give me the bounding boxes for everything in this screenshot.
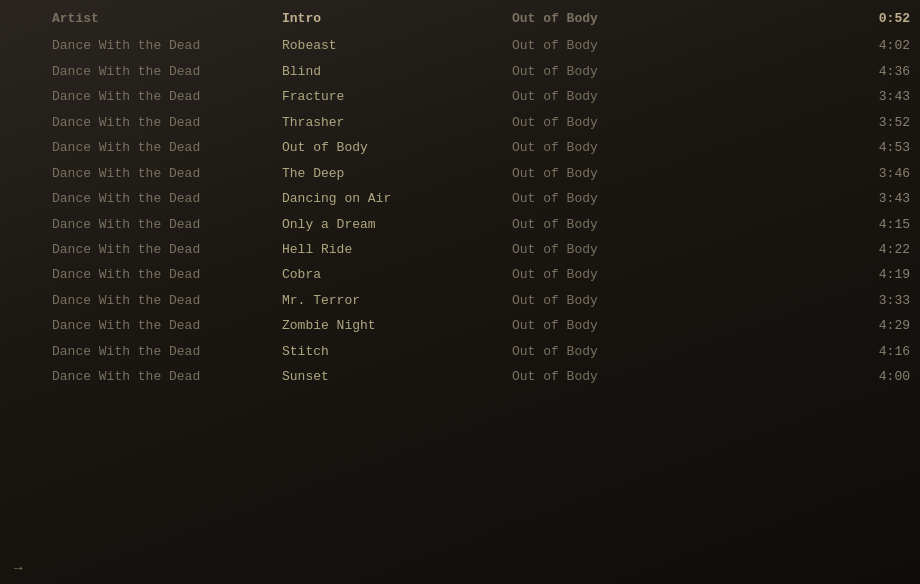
track-title: Out of Body bbox=[282, 137, 512, 158]
track-album: Out of Body bbox=[512, 290, 692, 311]
track-title: Stitch bbox=[282, 341, 512, 362]
header-artist: Artist bbox=[52, 8, 282, 29]
track-duration: 4:15 bbox=[692, 214, 910, 235]
track-artist: Dance With the Dead bbox=[52, 112, 282, 133]
track-title: Thrasher bbox=[282, 112, 512, 133]
arrow-icon: → bbox=[14, 560, 22, 576]
track-duration: 3:33 bbox=[692, 290, 910, 311]
track-album: Out of Body bbox=[512, 61, 692, 82]
track-duration: 4:19 bbox=[692, 264, 910, 285]
track-row[interactable]: Dance With the DeadSunsetOut of Body4:00 bbox=[0, 364, 920, 389]
track-album: Out of Body bbox=[512, 315, 692, 336]
track-artist: Dance With the Dead bbox=[52, 86, 282, 107]
track-album: Out of Body bbox=[512, 86, 692, 107]
track-duration: 3:52 bbox=[692, 112, 910, 133]
track-artist: Dance With the Dead bbox=[52, 214, 282, 235]
track-album: Out of Body bbox=[512, 214, 692, 235]
track-album: Out of Body bbox=[512, 163, 692, 184]
track-list-header: Artist Intro Out of Body 0:52 bbox=[0, 6, 920, 33]
track-artist: Dance With the Dead bbox=[52, 163, 282, 184]
track-title: Robeast bbox=[282, 35, 512, 56]
track-title: Zombie Night bbox=[282, 315, 512, 336]
track-album: Out of Body bbox=[512, 188, 692, 209]
track-row[interactable]: Dance With the DeadFractureOut of Body3:… bbox=[0, 84, 920, 109]
track-album: Out of Body bbox=[512, 137, 692, 158]
track-duration: 4:16 bbox=[692, 341, 910, 362]
track-row[interactable]: Dance With the DeadDancing on AirOut of … bbox=[0, 186, 920, 211]
header-title: Intro bbox=[282, 8, 512, 29]
track-artist: Dance With the Dead bbox=[52, 35, 282, 56]
track-duration: 4:00 bbox=[692, 366, 910, 387]
track-title: Blind bbox=[282, 61, 512, 82]
track-artist: Dance With the Dead bbox=[52, 188, 282, 209]
track-title: Cobra bbox=[282, 264, 512, 285]
track-title: Fracture bbox=[282, 86, 512, 107]
track-row[interactable]: Dance With the DeadZombie NightOut of Bo… bbox=[0, 313, 920, 338]
track-row[interactable]: Dance With the DeadOut of BodyOut of Bod… bbox=[0, 135, 920, 160]
track-row[interactable]: Dance With the DeadThe DeepOut of Body3:… bbox=[0, 161, 920, 186]
track-duration: 3:43 bbox=[692, 188, 910, 209]
track-duration: 4:36 bbox=[692, 61, 910, 82]
track-row[interactable]: Dance With the DeadHell RideOut of Body4… bbox=[0, 237, 920, 262]
header-duration: 0:52 bbox=[692, 8, 910, 29]
track-artist: Dance With the Dead bbox=[52, 61, 282, 82]
track-artist: Dance With the Dead bbox=[52, 290, 282, 311]
track-artist: Dance With the Dead bbox=[52, 315, 282, 336]
track-row[interactable]: Dance With the DeadCobraOut of Body4:19 bbox=[0, 262, 920, 287]
track-title: Only a Dream bbox=[282, 214, 512, 235]
header-album: Out of Body bbox=[512, 8, 692, 29]
track-duration: 4:53 bbox=[692, 137, 910, 158]
track-album: Out of Body bbox=[512, 366, 692, 387]
track-artist: Dance With the Dead bbox=[52, 264, 282, 285]
track-title: Dancing on Air bbox=[282, 188, 512, 209]
track-title: Hell Ride bbox=[282, 239, 512, 260]
bottom-bar: → bbox=[0, 552, 920, 584]
track-duration: 3:46 bbox=[692, 163, 910, 184]
track-album: Out of Body bbox=[512, 112, 692, 133]
track-album: Out of Body bbox=[512, 264, 692, 285]
track-row[interactable]: Dance With the DeadMr. TerrorOut of Body… bbox=[0, 288, 920, 313]
track-title: Mr. Terror bbox=[282, 290, 512, 311]
track-artist: Dance With the Dead bbox=[52, 137, 282, 158]
track-duration: 3:43 bbox=[692, 86, 910, 107]
track-album: Out of Body bbox=[512, 239, 692, 260]
track-row[interactable]: Dance With the DeadOnly a DreamOut of Bo… bbox=[0, 212, 920, 237]
track-album: Out of Body bbox=[512, 341, 692, 362]
track-list: Artist Intro Out of Body 0:52 Dance With… bbox=[0, 0, 920, 396]
track-artist: Dance With the Dead bbox=[52, 341, 282, 362]
track-duration: 4:02 bbox=[692, 35, 910, 56]
track-artist: Dance With the Dead bbox=[52, 239, 282, 260]
track-title: The Deep bbox=[282, 163, 512, 184]
track-row[interactable]: Dance With the DeadThrasherOut of Body3:… bbox=[0, 110, 920, 135]
track-title: Sunset bbox=[282, 366, 512, 387]
track-duration: 4:29 bbox=[692, 315, 910, 336]
track-artist: Dance With the Dead bbox=[52, 366, 282, 387]
track-duration: 4:22 bbox=[692, 239, 910, 260]
track-row[interactable]: Dance With the DeadStitchOut of Body4:16 bbox=[0, 339, 920, 364]
track-row[interactable]: Dance With the DeadBlindOut of Body4:36 bbox=[0, 59, 920, 84]
track-album: Out of Body bbox=[512, 35, 692, 56]
track-row[interactable]: Dance With the DeadRobeastOut of Body4:0… bbox=[0, 33, 920, 58]
